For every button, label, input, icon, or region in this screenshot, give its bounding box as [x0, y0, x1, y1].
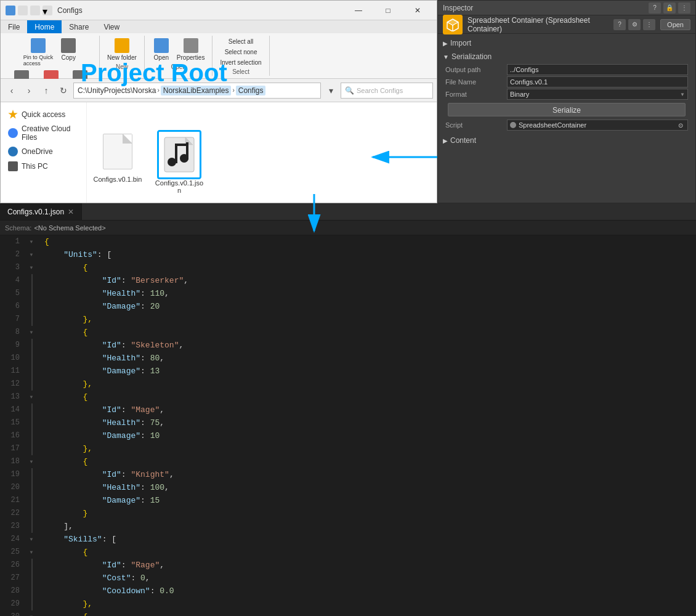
- refresh-button[interactable]: ↻: [56, 83, 71, 98]
- gutter-line: [25, 326, 39, 339]
- fold-button[interactable]: [26, 548, 36, 557]
- address-path[interactable]: C:\UnityProjects\Norska › NorskaLibExamp…: [73, 83, 321, 99]
- line-number: 25: [0, 546, 20, 559]
- nav-item-quick-access[interactable]: Quick access: [1, 107, 86, 122]
- nav-item-onedrive[interactable]: OneDrive: [1, 144, 86, 159]
- gutter-line: [25, 339, 39, 352]
- serialization-section-header[interactable]: ▼ Serialization: [438, 50, 695, 63]
- fold-button[interactable]: [26, 237, 36, 247]
- fold-button[interactable]: [26, 250, 36, 260]
- line-number: 21: [0, 494, 20, 507]
- code-line: "Id": "Knight",: [44, 468, 691, 481]
- import-section-header[interactable]: ▶ Import: [438, 36, 695, 50]
- bin-file-label: Configs.v0.1.bin: [94, 176, 142, 183]
- cloud-icon: [8, 128, 18, 138]
- gutter-line: [25, 429, 39, 442]
- format-label: Format: [445, 91, 507, 98]
- up-button[interactable]: ↑: [39, 83, 54, 98]
- title-bar: ▾ Configs — □ ✕: [1, 1, 437, 20]
- fold-button[interactable]: [26, 328, 36, 338]
- gutter-line: [25, 559, 39, 572]
- search-box[interactable]: 🔍 Search Configs: [341, 83, 433, 99]
- gutter: [25, 235, 39, 616]
- search-placeholder: Search Configs: [357, 87, 403, 94]
- json-file-label: Configs.v0.1.json: [155, 179, 204, 194]
- code-line: "Id": "Mage",: [44, 403, 691, 416]
- file-name-value[interactable]: Configs.v0.1: [507, 76, 688, 87]
- inspector-header: Inspector ? 🔒 ⋮: [438, 1, 695, 15]
- ribbon-tab-share[interactable]: Share: [62, 20, 96, 33]
- inspector-open-button[interactable]: Open: [660, 19, 690, 30]
- serialization-triangle: ▼: [443, 54, 449, 60]
- editor-tab-json[interactable]: Configs.v0.1.json ✕: [0, 203, 82, 220]
- nav-item-this-pc[interactable]: This PC: [1, 159, 86, 174]
- open-button[interactable]: Open: [150, 37, 173, 62]
- fold-button[interactable]: [26, 535, 36, 545]
- code-line: "Damage": 15: [44, 494, 691, 507]
- fold-button[interactable]: [26, 457, 36, 467]
- content-section-header[interactable]: ▶ Content: [438, 134, 695, 147]
- script-select-button[interactable]: ⊙: [676, 121, 685, 129]
- gutter-line: [25, 403, 39, 416]
- line-number: 1: [0, 235, 20, 248]
- line-number: 8: [0, 326, 20, 339]
- content-triangle: ▶: [443, 137, 448, 144]
- sidebar-nav: Quick access Creative Cloud Files OneDri…: [1, 102, 87, 203]
- new-folder-button[interactable]: New folder: [105, 37, 139, 62]
- line-number: 22: [0, 507, 20, 520]
- tab-close-button[interactable]: ✕: [68, 208, 74, 216]
- fold-button[interactable]: [26, 392, 36, 402]
- nav-label-quick-access: Quick access: [22, 110, 65, 119]
- open-group-label: Open: [171, 63, 185, 70]
- gutter-line: [25, 494, 39, 507]
- line-number: 30: [0, 610, 20, 616]
- script-icon: [510, 122, 516, 128]
- select-none-button[interactable]: Select none: [222, 47, 260, 57]
- ribbon: File Home Share View Pin to Quickaccess …: [1, 20, 437, 79]
- inspector-help2-button[interactable]: ?: [613, 19, 626, 30]
- serialize-button[interactable]: Serialize: [448, 103, 686, 116]
- inspector-help-button[interactable]: ?: [649, 2, 661, 14]
- inspector-preset-button[interactable]: ⚙: [628, 19, 641, 30]
- inspector-menu-button[interactable]: ⋮: [678, 2, 690, 14]
- copy-button[interactable]: Copy: [57, 37, 80, 68]
- minimize-button[interactable]: —: [344, 1, 373, 20]
- select-all-button[interactable]: Select all: [226, 37, 256, 46]
- address-dropdown-button[interactable]: ▾: [323, 83, 338, 98]
- ribbon-tab-file[interactable]: File: [1, 20, 27, 33]
- open-icon: [154, 38, 169, 53]
- maximize-button[interactable]: □: [374, 1, 402, 20]
- inspector-more-button[interactable]: ⋮: [643, 19, 655, 30]
- ribbon-tabs: File Home Share View: [1, 20, 437, 33]
- pin-button[interactable]: Pin to Quickaccess: [21, 37, 56, 68]
- script-value[interactable]: SpreadsheetContainer ⊙: [507, 120, 688, 131]
- forward-button[interactable]: ›: [22, 83, 36, 98]
- output-path-value[interactable]: ../Configs: [507, 64, 688, 75]
- gutter-line: [25, 481, 39, 494]
- back-button[interactable]: ‹: [4, 83, 19, 98]
- nav-item-creative-cloud[interactable]: Creative Cloud Files: [1, 122, 86, 144]
- open-buttons: Open Properties: [150, 37, 208, 62]
- ribbon-tab-view[interactable]: View: [96, 20, 127, 33]
- file-item-json[interactable]: Configs.v0.1.json: [155, 130, 204, 194]
- ribbon-tab-home[interactable]: Home: [27, 20, 62, 33]
- nav-label-onedrive: OneDrive: [22, 147, 53, 156]
- import-label: Import: [450, 39, 471, 47]
- properties-button[interactable]: Properties: [174, 37, 208, 62]
- script-name: SpreadsheetContainer: [519, 121, 586, 129]
- fold-button[interactable]: [26, 612, 36, 617]
- inspector-lock-button[interactable]: 🔒: [663, 2, 676, 14]
- invert-selection-button[interactable]: Invert selection: [217, 58, 264, 67]
- code-area[interactable]: { "Units": [ { "Id": "Berserker", "Healt…: [39, 235, 696, 616]
- gutter-line: [25, 248, 39, 261]
- gutter-line: [25, 300, 39, 313]
- close-button[interactable]: ✕: [403, 1, 432, 20]
- gutter-line: [25, 442, 39, 455]
- format-dropdown[interactable]: Binary ▼: [507, 89, 688, 100]
- gutter-line: [25, 378, 39, 391]
- explorer-main: Quick access Creative Cloud Files OneDri…: [1, 102, 437, 203]
- fold-button[interactable]: [26, 263, 36, 273]
- file-item-bin[interactable]: Configs.v0.1.bin: [93, 130, 142, 183]
- copy-label: Copy: [62, 54, 76, 61]
- schema-value: <No Schema Selected>: [34, 224, 105, 232]
